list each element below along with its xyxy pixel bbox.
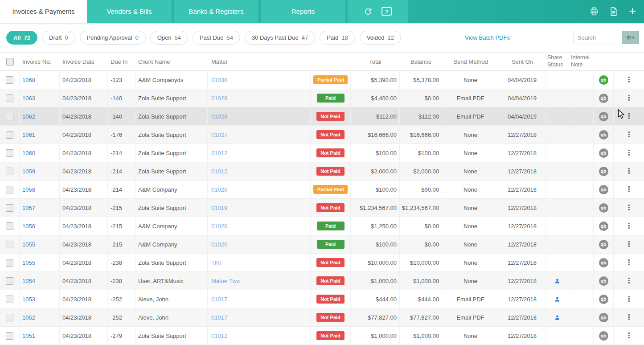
- invoice-number-link[interactable]: 1057: [22, 205, 35, 211]
- row-checkbox[interactable]: [6, 204, 13, 212]
- matter-link[interactable]: 01027: [211, 131, 227, 138]
- column-header-invoice_date[interactable]: Invoice Date: [60, 53, 108, 70]
- matter-link[interactable]: TNT: [211, 259, 222, 266]
- help-icon[interactable]: ?: [381, 7, 392, 16]
- row-checkbox[interactable]: [6, 186, 13, 193]
- matter-link[interactable]: 01020: [211, 223, 227, 230]
- quickbooks-icon[interactable]: qb: [599, 185, 608, 194]
- filter-chip-draft[interactable]: Draft0: [42, 31, 75, 45]
- refresh-icon[interactable]: [364, 7, 373, 16]
- row-checkbox[interactable]: [6, 296, 13, 303]
- filter-chip-voided[interactable]: Voided12: [360, 31, 401, 45]
- row-actions-menu-icon[interactable]: ⋮: [625, 277, 632, 284]
- invoice-number-link[interactable]: 1055: [22, 241, 35, 248]
- filter-chip-pending-approval[interactable]: Pending Approval0: [80, 31, 146, 45]
- quickbooks-icon[interactable]: qb: [599, 222, 608, 231]
- matter-link[interactable]: 01030: [211, 77, 227, 83]
- column-header-sent_on[interactable]: Sent On: [499, 53, 546, 70]
- matter-link[interactable]: 01012: [211, 333, 227, 339]
- print-icon[interactable]: [589, 7, 599, 16]
- filter-chip-open[interactable]: Open54: [150, 31, 188, 45]
- column-header-invoice_no[interactable]: Invoice No.: [20, 53, 60, 70]
- search-input[interactable]: [574, 31, 622, 44]
- invoice-number-link[interactable]: 1058: [22, 186, 35, 193]
- row-actions-menu-icon[interactable]: ⋮: [625, 149, 632, 156]
- row-checkbox[interactable]: [6, 76, 13, 84]
- row-actions-menu-icon[interactable]: ⋮: [625, 94, 632, 102]
- quickbooks-icon[interactable]: qb: [599, 112, 608, 121]
- quickbooks-icon[interactable]: qb: [599, 313, 608, 322]
- invoice-number-link[interactable]: 1051: [22, 333, 35, 339]
- column-header-due_in[interactable]: Due In: [108, 53, 135, 70]
- row-checkbox[interactable]: [6, 149, 13, 157]
- quickbooks-icon[interactable]: qb: [599, 331, 608, 341]
- view-batch-pdfs-link[interactable]: View Batch PDFs: [465, 34, 510, 41]
- quickbooks-icon[interactable]: qb: [599, 203, 608, 213]
- row-actions-menu-icon[interactable]: ⋮: [625, 259, 632, 266]
- batch-pdf-icon[interactable]: [609, 7, 618, 16]
- quickbooks-icon[interactable]: qb: [599, 295, 608, 304]
- matter-link[interactable]: 01019: [211, 205, 227, 211]
- matter-link[interactable]: 01020: [211, 241, 227, 248]
- row-checkbox[interactable]: [6, 259, 13, 267]
- invoice-number-link[interactable]: 1061: [22, 131, 35, 138]
- tab-banks-registers[interactable]: Banks & Registers: [174, 0, 258, 23]
- matter-link[interactable]: 01012: [211, 168, 227, 175]
- column-header-client[interactable]: Client Name: [135, 53, 208, 70]
- select-all-checkbox[interactable]: [6, 58, 14, 66]
- row-checkbox[interactable]: [6, 314, 13, 321]
- quickbooks-icon[interactable]: qb: [599, 94, 608, 103]
- invoice-number-link[interactable]: 1063: [22, 95, 35, 102]
- add-new-icon[interactable]: +: [628, 5, 637, 17]
- matter-link[interactable]: 01028: [211, 113, 227, 120]
- matter-link[interactable]: 01020: [211, 186, 227, 193]
- row-checkbox[interactable]: [6, 222, 13, 230]
- row-actions-menu-icon[interactable]: ⋮: [625, 296, 632, 303]
- matter-link[interactable]: 01017: [211, 296, 227, 303]
- invoice-number-link[interactable]: 1068: [22, 77, 35, 83]
- column-header-internal_note[interactable]: Internal Note: [569, 53, 594, 70]
- column-header-share_status[interactable]: Share Status: [546, 53, 569, 70]
- quickbooks-icon[interactable]: qb: [599, 276, 608, 286]
- tab-vendors-bills[interactable]: Vendors & Bills: [87, 0, 172, 23]
- row-checkbox[interactable]: [6, 168, 13, 175]
- invoice-number-link[interactable]: 1055: [22, 259, 35, 266]
- column-header-send_method[interactable]: Send Method: [442, 53, 499, 70]
- row-checkbox[interactable]: [6, 94, 13, 102]
- filter-chip-paid[interactable]: Paid18: [320, 31, 355, 45]
- matter-link[interactable]: 01012: [211, 150, 227, 156]
- row-actions-menu-icon[interactable]: ⋮: [625, 186, 632, 193]
- invoice-number-link[interactable]: 1060: [22, 150, 35, 156]
- column-header-matter[interactable]: Matter: [208, 53, 311, 70]
- quickbooks-icon[interactable]: qb: [599, 258, 608, 267]
- matter-link[interactable]: 01017: [211, 314, 227, 321]
- row-checkbox[interactable]: [6, 277, 13, 285]
- invoice-number-link[interactable]: 1056: [22, 223, 35, 230]
- row-actions-menu-icon[interactable]: ⋮: [625, 204, 632, 211]
- row-actions-menu-icon[interactable]: ⋮: [625, 131, 632, 138]
- column-header-balance[interactable]: Balance: [400, 53, 442, 70]
- row-checkbox[interactable]: [6, 131, 13, 139]
- row-actions-menu-icon[interactable]: ⋮: [625, 332, 632, 339]
- row-actions-menu-icon[interactable]: ⋮: [625, 113, 632, 120]
- row-checkbox[interactable]: [6, 113, 13, 120]
- quickbooks-icon[interactable]: qb: [599, 75, 608, 85]
- filter-chip-past-due[interactable]: Past Due54: [193, 31, 240, 45]
- row-checkbox[interactable]: [6, 241, 13, 248]
- row-checkbox[interactable]: [6, 332, 13, 340]
- invoice-number-link[interactable]: 1059: [22, 168, 35, 175]
- quickbooks-icon[interactable]: qb: [599, 240, 608, 249]
- column-header-total[interactable]: Total: [351, 53, 400, 70]
- filter-chip-30-days-past-due[interactable]: 30 Days Past Due47: [245, 31, 315, 45]
- row-actions-menu-icon[interactable]: ⋮: [625, 76, 632, 83]
- invoice-number-link[interactable]: 1052: [22, 314, 35, 321]
- quickbooks-icon[interactable]: qb: [599, 148, 608, 158]
- row-actions-menu-icon[interactable]: ⋮: [625, 314, 632, 321]
- tab-reports[interactable]: Reports: [261, 0, 345, 23]
- invoice-number-link[interactable]: 1053: [22, 296, 35, 303]
- invoice-number-link[interactable]: 1062: [22, 113, 35, 120]
- row-actions-menu-icon[interactable]: ⋮: [625, 168, 632, 175]
- filter-chip-all[interactable]: All72: [6, 31, 37, 45]
- search-settings-button[interactable]: ⚙ ▾: [622, 31, 639, 44]
- matter-link[interactable]: Matter Two: [211, 278, 240, 284]
